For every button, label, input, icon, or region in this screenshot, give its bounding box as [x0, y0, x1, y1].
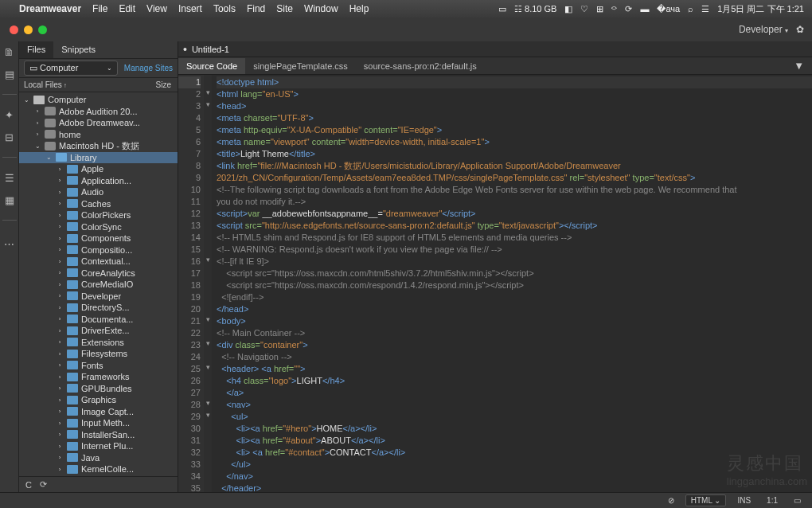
insert-mode[interactable]: INS	[732, 496, 755, 505]
app-name[interactable]: Dreamweaver	[19, 3, 81, 14]
files-icon[interactable]: 🗎	[4, 46, 15, 57]
tree-node[interactable]: ›Components	[19, 233, 178, 244]
expand-icon[interactable]: ›	[56, 304, 64, 311]
workspace-switcher[interactable]: Developer ▾	[739, 24, 788, 35]
menubar-extra-icon[interactable]: ▭	[498, 4, 506, 14]
tree-node[interactable]: ⌄Macintosh HD - 数据	[19, 140, 178, 152]
minimize-button[interactable]	[24, 25, 33, 34]
preview-icon[interactable]: ▭	[789, 496, 806, 505]
battery-icon[interactable]: ▬	[640, 4, 649, 14]
col-size[interactable]: Size	[156, 80, 171, 89]
tree-node[interactable]: ›Documenta...	[19, 314, 178, 326]
expand-icon[interactable]: ›	[56, 189, 64, 196]
tab-files[interactable]: Files	[19, 41, 53, 58]
code-lines[interactable]: <!doctype html><html lang="en-US"><head>…	[212, 75, 812, 492]
menu-site[interactable]: Site	[276, 3, 293, 14]
tree-node[interactable]: ›KernelColle...	[19, 463, 178, 475]
tree-node[interactable]: ›Filesystems	[19, 348, 178, 360]
expand-icon[interactable]: ›	[56, 443, 64, 450]
tree-node[interactable]: ›GPUBundles	[19, 383, 178, 395]
menu-find[interactable]: Find	[247, 3, 265, 14]
expand-icon[interactable]: ›	[56, 420, 64, 427]
expand-icon[interactable]: ›	[33, 119, 41, 127]
tree-node[interactable]: ›Frameworks	[19, 371, 178, 383]
tree-node[interactable]: ›home	[19, 129, 178, 141]
code-area[interactable]: 1234567891011121314151617181920212223242…	[178, 75, 812, 492]
expand-icon[interactable]: ›	[56, 466, 64, 473]
fold-gutter[interactable]: ▾▾ ▾ ▾ ▾ ▾ ▾▾ ▾ ▾	[204, 75, 212, 492]
tree-node[interactable]: ›ColorSync	[19, 221, 178, 233]
expand-icon[interactable]: ›	[56, 212, 64, 219]
lang-selector[interactable]: HTML ⌄	[685, 494, 727, 506]
col-localfiles[interactable]: Local Files↑	[24, 80, 67, 89]
subtab-js[interactable]: source-sans-pro:n2:default.js	[356, 58, 485, 74]
expand-icon[interactable]: ›	[56, 361, 64, 369]
tree-node[interactable]: ⌄Library	[19, 152, 178, 164]
tree-node[interactable]: ›Application...	[19, 175, 178, 187]
tree-node[interactable]: ›Graphics	[19, 394, 178, 406]
manage-sites-link[interactable]: Manage Sites	[124, 64, 173, 72]
assets-icon[interactable]: ▦	[4, 194, 15, 205]
expand-icon[interactable]: ⌄	[22, 96, 30, 104]
tree-node[interactable]: ›Audio	[19, 186, 178, 198]
tree-node[interactable]: ›Input Meth...	[19, 417, 178, 429]
expand-icon[interactable]: ›	[56, 235, 64, 242]
expand-icon[interactable]: ›	[56, 269, 64, 276]
tree-node[interactable]: ›Contextual...	[19, 256, 178, 268]
css-designer-icon[interactable]: ⊟	[4, 131, 15, 143]
expand-icon[interactable]: ›	[33, 131, 41, 138]
wifi-icon[interactable]: �ача	[657, 4, 680, 14]
tab-snippets[interactable]: Snippets	[53, 41, 103, 58]
expand-icon[interactable]: ›	[56, 315, 64, 322]
expand-icon[interactable]: ›	[56, 408, 64, 415]
document-tab[interactable]: • Untitled-1	[178, 41, 812, 57]
refresh-icon[interactable]: C	[25, 480, 32, 490]
tree-node[interactable]: ›Java	[19, 452, 178, 464]
tree-node[interactable]: ›Adobe Dreamweav...	[19, 117, 178, 129]
tree-node[interactable]: ›Adobe Audition 20...	[19, 106, 178, 118]
tree-node[interactable]: ›CoreMediaIO	[19, 279, 178, 291]
expand-icon[interactable]: ›	[56, 281, 64, 288]
tree-node[interactable]: ›DirectoryS...	[19, 302, 178, 314]
menu-edit[interactable]: Edit	[119, 3, 135, 14]
tree-node[interactable]: ›Extensions	[19, 337, 178, 349]
expand-icon[interactable]: ›	[56, 454, 64, 461]
tree-node[interactable]: ›Image Capt...	[19, 406, 178, 418]
expand-icon[interactable]: ⌄	[45, 154, 53, 161]
expand-icon[interactable]: ›	[56, 373, 64, 381]
more-icon[interactable]: ⋯	[4, 238, 15, 249]
expand-icon[interactable]: ›	[56, 177, 64, 184]
expand-icon[interactable]: ›	[56, 258, 64, 265]
tree-node[interactable]: ›Fonts	[19, 360, 178, 372]
search-icon[interactable]: ⌕	[688, 4, 693, 14]
tray-icon[interactable]: ◧	[564, 4, 572, 14]
menu-insert[interactable]: Insert	[178, 3, 202, 14]
file-tree[interactable]: ⌄Computer›Adobe Audition 20...›Adobe Dre…	[19, 92, 178, 476]
tree-node[interactable]: ›Compositio...	[19, 244, 178, 256]
expand-icon[interactable]: ›	[56, 385, 64, 392]
tree-node[interactable]: ›DriverExte...	[19, 325, 178, 337]
shield-icon[interactable]: ♡	[580, 4, 588, 14]
grid-icon[interactable]: ⊞	[596, 4, 603, 14]
close-button[interactable]	[10, 25, 18, 34]
expand-icon[interactable]: ›	[56, 350, 64, 358]
tree-node[interactable]: ›Caches	[19, 198, 178, 210]
expand-icon[interactable]: ›	[56, 397, 64, 404]
subtab-source[interactable]: Source Code	[178, 58, 245, 74]
dom-icon[interactable]: ☰	[4, 172, 15, 183]
error-indicator[interactable]: ⊘	[663, 496, 679, 505]
line-gutter[interactable]: 1234567891011121314151617181920212223242…	[178, 75, 204, 492]
site-selector[interactable]: ▭ Computer⌄	[24, 61, 118, 76]
tree-node[interactable]: ⌄Computer	[19, 94, 178, 106]
control-center-icon[interactable]: ☰	[701, 4, 709, 14]
tree-node[interactable]: ›Developer	[19, 291, 178, 303]
expand-icon[interactable]: ›	[56, 223, 64, 230]
subtab-css[interactable]: singlePageTemplate.css	[245, 58, 356, 74]
expand-icon[interactable]: ⌄	[33, 143, 41, 150]
sync-settings-icon[interactable]: ✿	[796, 24, 804, 35]
tree-node[interactable]: ›Internet Plu...	[19, 440, 178, 452]
expand-icon[interactable]: ›	[56, 166, 64, 173]
cc-libraries-icon[interactable]: ▤	[4, 68, 15, 80]
zoom-button[interactable]	[38, 25, 47, 34]
clock[interactable]: 1月5日 周二 下午 1:21	[717, 3, 804, 15]
